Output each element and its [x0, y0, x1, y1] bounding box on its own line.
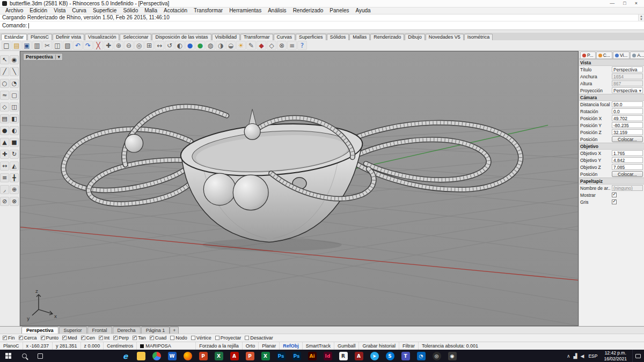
panel-tab[interactable]: A...	[630, 51, 644, 58]
toolbar-icon[interactable]: ◒	[226, 41, 236, 50]
toolbar-icon[interactable]: ▣	[22, 41, 32, 50]
property-value[interactable]: Colocar...	[612, 171, 643, 177]
toolbar-tab[interactable]: Isométrica	[464, 34, 493, 40]
osnap-toggle[interactable]: Med	[62, 335, 77, 341]
toolbar-tab[interactable]: Curvas	[274, 34, 296, 40]
sidebar-tool-icon[interactable]: ╋	[10, 173, 19, 182]
osnap-toggle[interactable]: Cen	[81, 335, 96, 341]
menu-item[interactable]: Archivo	[2, 8, 26, 14]
toolbar-icon[interactable]: ↔	[155, 41, 164, 50]
statusbar-item[interactable]: Planar	[259, 342, 280, 350]
toolbar-icon[interactable]: ◎	[134, 41, 144, 50]
taskbar-app-icon[interactable]: X	[258, 350, 273, 362]
start-button[interactable]	[0, 350, 16, 362]
property-checkbox[interactable]	[612, 200, 617, 204]
taskbar-app-icon[interactable]: e	[118, 350, 133, 362]
taskbar-app-icon[interactable]	[134, 350, 148, 362]
scroll-down-icon[interactable]: ▼	[639, 18, 644, 21]
menu-item[interactable]: Ayuda	[352, 8, 374, 14]
task-view-button[interactable]	[32, 350, 48, 362]
viewport-tab[interactable]: Perspectiva	[21, 327, 58, 334]
toolbar-icon[interactable]: ≡	[287, 41, 297, 50]
maximize-button[interactable]: □	[623, 1, 626, 6]
statusbar-item[interactable]: SmartTrack	[303, 342, 334, 350]
toolbar-icon[interactable]: ◆	[257, 41, 266, 50]
viewport-tab[interactable]: Frontal	[87, 327, 112, 334]
taskbar-app-icon[interactable]	[180, 350, 195, 362]
toolbar-icon[interactable]: ?	[297, 41, 307, 50]
toolbar-tab[interactable]: Dibujo	[405, 34, 425, 40]
toolbar-icon[interactable]: ↺	[165, 41, 174, 50]
menu-item[interactable]: Malla	[141, 8, 160, 14]
menu-item[interactable]: Análisis	[265, 8, 289, 14]
property-value[interactable]: Perspectiva	[612, 67, 643, 72]
taskbar-app-icon[interactable]: ➤	[367, 350, 382, 362]
statusbar-item[interactable]: Forzado a la rejilla	[196, 342, 243, 350]
toolbar-tab[interactable]: PlanosC	[27, 34, 52, 40]
property-value[interactable]: 50.0	[612, 101, 643, 107]
sidebar-tool-icon[interactable]: ╲	[10, 67, 19, 76]
panel-tab[interactable]: C...	[596, 51, 612, 58]
sidebar-tool-icon[interactable]: ■	[10, 138, 19, 147]
osnap-checkbox[interactable]	[62, 336, 67, 340]
volume-icon[interactable]: ◀	[581, 353, 584, 359]
perspective-viewport[interactable]: Perspectiva ▾	[20, 51, 579, 326]
sidebar-tool-icon[interactable]: ⊘	[0, 197, 9, 206]
property-value[interactable]: Colocar...	[612, 136, 643, 142]
osnap-toggle[interactable]: Perp	[113, 335, 129, 341]
taskbar-app-icon[interactable]: T	[398, 350, 413, 362]
osnap-checkbox[interactable]	[133, 336, 137, 340]
toolbar-icon[interactable]: ●	[195, 41, 205, 50]
viewport-tab[interactable]: Derecha	[113, 327, 141, 334]
toolbar-icon[interactable]: ↷	[83, 41, 93, 50]
statusbar-item[interactable]: Gumball	[334, 342, 360, 350]
menu-item[interactable]: Edición	[26, 8, 50, 14]
osnap-checkbox[interactable]	[81, 336, 85, 340]
taskbar-app-icon[interactable]: ◔	[414, 350, 428, 362]
sidebar-tool-icon[interactable]: ≈	[0, 91, 9, 100]
osnap-toggle[interactable]: Nodo	[170, 335, 187, 341]
osnap-checkbox[interactable]	[19, 336, 23, 340]
history-scrollbar[interactable]: ▲ ▼	[638, 14, 644, 21]
sidebar-tool-icon[interactable]: ●	[0, 126, 9, 135]
sidebar-tool-icon[interactable]: ▲	[0, 138, 9, 147]
add-viewport-tab-button[interactable]: +	[170, 327, 179, 334]
osnap-checkbox[interactable]	[150, 336, 154, 340]
sidebar-tool-icon[interactable]: ╱	[0, 67, 9, 76]
toolbar-icon[interactable]: ●	[185, 41, 195, 50]
viewport-tab[interactable]: Página 1	[141, 327, 170, 334]
statusbar-item[interactable]: Filtrar	[399, 342, 419, 350]
sidebar-tool-icon[interactable]: ◔	[10, 79, 19, 88]
menu-item[interactable]: Vista	[50, 8, 69, 14]
osnap-checkbox[interactable]	[170, 336, 174, 340]
toolbar-tab[interactable]: Visualización	[85, 34, 119, 40]
statusbar-item[interactable]: Centímetros	[104, 342, 137, 350]
property-value[interactable]: 4.842	[612, 157, 643, 163]
sidebar-tool-icon[interactable]: ▤	[0, 114, 9, 123]
toolbar-tab[interactable]: Estándar	[1, 34, 27, 40]
osnap-toggle[interactable]: Tan	[133, 335, 146, 341]
osnap-checkbox[interactable]	[41, 336, 45, 340]
statusbar-item[interactable]: RefObj	[280, 342, 303, 350]
close-button[interactable]: ×	[635, 1, 638, 6]
taskbar-app-icon[interactable]: X	[211, 350, 226, 362]
toolbar-icon[interactable]: ◇	[267, 41, 276, 50]
toolbar-icon[interactable]: ⊗	[277, 41, 287, 50]
property-checkbox[interactable]	[612, 193, 617, 197]
osnap-toggle[interactable]: Fin	[3, 335, 15, 341]
tray-chevron-icon[interactable]: ∧	[567, 353, 570, 359]
menu-item[interactable]: Superficie	[90, 8, 120, 14]
toolbar-icon[interactable]: ☀	[236, 41, 246, 50]
osnap-toggle[interactable]: Desactivar	[245, 335, 273, 341]
toolbar-tab[interactable]: Transformar	[240, 34, 273, 40]
property-value[interactable]: (ninguno)	[612, 185, 643, 191]
menu-item[interactable]: Acotación	[160, 8, 191, 14]
osnap-toggle[interactable]: Cerca	[19, 335, 37, 341]
osnap-toggle[interactable]: Punto	[41, 335, 59, 341]
osnap-toggle[interactable]: Cuad	[150, 335, 167, 341]
toolbar-icon[interactable]: ✂	[42, 41, 52, 50]
toolbar-tab[interactable]: Superficies	[296, 34, 326, 40]
language-indicator[interactable]: ESP	[587, 353, 598, 359]
toolbar-tab[interactable]: Renderizado	[370, 34, 404, 40]
toolbar-icon[interactable]: ↶	[73, 41, 83, 50]
